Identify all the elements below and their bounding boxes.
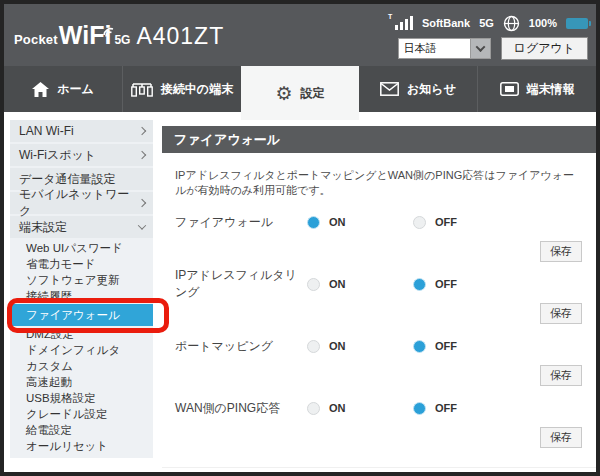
- device-info-icon: [500, 82, 519, 96]
- radio-on-label: ON: [329, 402, 346, 414]
- radio-on-label: ON: [329, 340, 346, 352]
- sidebar-item-wifi-spot[interactable]: Wi-Fiスポット: [10, 144, 153, 166]
- sidebar-subitem-firewall[interactable]: ファイアウォール: [10, 304, 153, 326]
- logo-wifi: WiFi: [59, 21, 112, 50]
- signal-strength-icon: T: [388, 16, 413, 30]
- tab-label: 接続中の端末: [161, 81, 233, 98]
- tab-home[interactable]: ホーム: [4, 66, 122, 112]
- language-select[interactable]: 日本語: [398, 38, 491, 59]
- tab-label: お知らせ: [407, 81, 456, 98]
- tab-settings[interactable]: ⚙ 設定: [241, 66, 359, 120]
- setting-label: ファイアウォール: [175, 214, 307, 231]
- chevron-right-icon: [138, 199, 146, 207]
- body-area: LAN Wi-Fi Wi-Fiスポット データ通信量設定 モバイルネットワーク …: [4, 112, 596, 468]
- logo-pocket: Pocket: [14, 32, 58, 47]
- router-admin-window: PocketWiFi 5G A401ZT T SoftBank 5G 100%: [0, 0, 600, 476]
- tab-label: 端末情報: [527, 81, 575, 98]
- sidebar-subitem-software-update[interactable]: ソフトウェア更新: [10, 272, 153, 288]
- wifi-arcs-icon: [102, 14, 115, 43]
- radio-off-label: OFF: [435, 340, 457, 352]
- network-type-label: 5G: [479, 17, 494, 29]
- radio-on-label: ON: [329, 216, 346, 228]
- mail-icon: [380, 82, 399, 96]
- logo-5g: 5G: [114, 33, 130, 47]
- status-bar: T SoftBank 5G 100%: [388, 15, 588, 32]
- sidebar-subitem-power-saving[interactable]: 省電力モード: [10, 256, 153, 272]
- radio-off[interactable]: [413, 340, 426, 353]
- sidebar-subitem-dmz[interactable]: DMZ設定: [10, 326, 153, 342]
- language-dropdown-button[interactable]: [470, 38, 491, 59]
- language-value: 日本語: [398, 38, 470, 59]
- battery-icon: [566, 18, 588, 29]
- sidebar-item-mobile-network[interactable]: モバイルネットワーク: [10, 192, 153, 214]
- tab-device-info[interactable]: 端末情報: [477, 66, 596, 112]
- tab-label: 設定: [301, 85, 325, 102]
- brand-logo: PocketWiFi 5G A401ZT: [14, 21, 224, 50]
- setting-label: IPアドレスフィルタリング: [175, 267, 307, 301]
- radio-off[interactable]: [413, 402, 426, 415]
- carrier-label: SoftBank: [422, 17, 470, 29]
- sidebar-subitem-webui-password[interactable]: Web UIパスワード: [10, 240, 153, 256]
- sidebar-subitem-usb-standard[interactable]: USB規格設定: [10, 390, 153, 406]
- sidebar-subitem-custom[interactable]: カスタム: [10, 358, 153, 374]
- radio-off-label: OFF: [435, 278, 457, 290]
- logout-button[interactable]: ログアウト: [501, 37, 588, 60]
- save-button[interactable]: 保存: [540, 241, 582, 262]
- sidebar-subitem-domain-filter[interactable]: ドメインフィルタ: [10, 342, 153, 358]
- sidebar-subitem-power-supply[interactable]: 給電設定: [10, 422, 153, 438]
- sidebar-item-lan-wifi[interactable]: LAN Wi-Fi: [10, 120, 153, 142]
- firewall-description: IPアドレスフィルタとポートマッピングとWAN側のPING応答はファイアウォール…: [162, 153, 596, 200]
- radio-off-label: OFF: [435, 216, 457, 228]
- radio-off-label: OFF: [435, 402, 457, 414]
- save-button[interactable]: 保存: [540, 427, 582, 448]
- setting-row-wan-ping: WAN側のPING応答 ON OFF: [162, 398, 596, 418]
- main-nav: ホーム 接続中の端末 ⚙ 設定 お知らせ 端末情報: [4, 66, 596, 112]
- radio-off[interactable]: [413, 278, 426, 291]
- connected-devices-icon: [131, 81, 153, 97]
- globe-icon: [503, 15, 520, 32]
- chevron-right-icon: [138, 151, 146, 159]
- radio-on[interactable]: [307, 340, 320, 353]
- radio-on[interactable]: [307, 402, 320, 415]
- setting-label: ポートマッピング: [175, 338, 307, 355]
- setting-label: WAN側のPING応答: [175, 400, 307, 417]
- setting-row-ip-filter: IPアドレスフィルタリング ON OFF: [162, 274, 596, 294]
- tab-label: ホーム: [57, 81, 94, 98]
- sidebar-subitem-cradle[interactable]: クレードル設定: [10, 406, 153, 422]
- sidebar: LAN Wi-Fi Wi-Fiスポット データ通信量設定 モバイルネットワーク …: [10, 120, 153, 458]
- radio-on-label: ON: [329, 278, 346, 290]
- setting-row-firewall: ファイアウォール ON OFF: [162, 212, 596, 232]
- tab-notifications[interactable]: お知らせ: [359, 66, 477, 112]
- home-icon: [32, 82, 49, 97]
- radio-on[interactable]: [307, 278, 320, 291]
- sidebar-subitem-connection-history[interactable]: 接続履歴: [10, 288, 153, 304]
- sidebar-subitem-fast-boot[interactable]: 高速起動: [10, 374, 153, 390]
- tab-connected-devices[interactable]: 接続中の端末: [122, 66, 241, 112]
- chevron-down-icon: [138, 221, 146, 229]
- logo-model: A401ZT: [136, 23, 224, 50]
- content-filler: [162, 467, 596, 468]
- page-title: ファイアウォール: [162, 126, 596, 153]
- radio-off[interactable]: [413, 216, 426, 229]
- battery-percent-label: 100%: [529, 17, 557, 29]
- main-content: ファイアウォール IPアドレスフィルタとポートマッピングとWAN側のPING応答…: [162, 126, 596, 468]
- setting-row-port-mapping: ポートマッピング ON OFF: [162, 336, 596, 356]
- save-button[interactable]: 保存: [540, 303, 582, 324]
- firewall-settings-card: ファイアウォール IPアドレスフィルタとポートマッピングとWAN側のPING応答…: [162, 126, 596, 460]
- save-button[interactable]: 保存: [540, 365, 582, 386]
- chevron-down-icon: [475, 42, 485, 52]
- gear-icon: ⚙: [275, 84, 292, 103]
- sidebar-subitem-all-reset[interactable]: オールリセット: [10, 438, 153, 454]
- radio-on[interactable]: [307, 216, 320, 229]
- header: PocketWiFi 5G A401ZT T SoftBank 5G 100%: [4, 4, 596, 66]
- chevron-right-icon: [138, 127, 146, 135]
